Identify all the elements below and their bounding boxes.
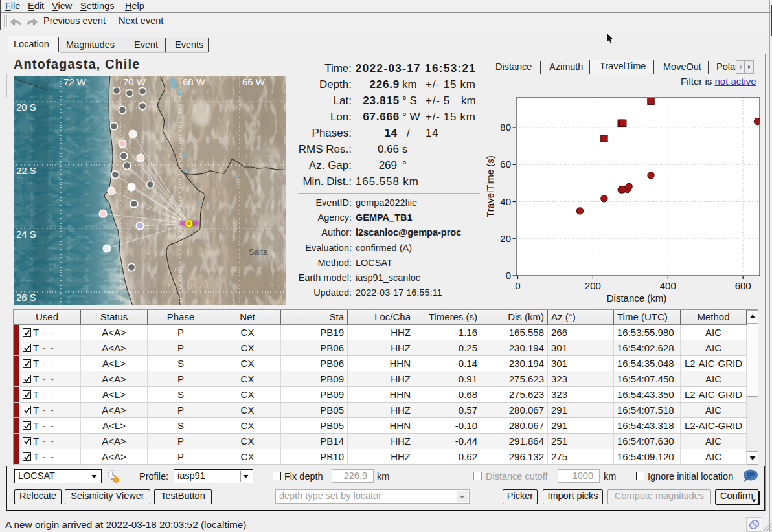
- svg-text:400: 400: [660, 280, 676, 291]
- svg-text:Distance (km): Distance (km): [607, 293, 667, 304]
- svg-text:200: 200: [585, 280, 601, 291]
- svg-text:20: 20: [500, 233, 511, 244]
- svg-text:40: 40: [500, 196, 511, 207]
- svg-text:600: 600: [735, 280, 751, 291]
- svg-text:60: 60: [500, 159, 511, 170]
- svg-text:80: 80: [500, 122, 511, 133]
- svg-text:0: 0: [515, 280, 520, 291]
- svg-text:0: 0: [506, 270, 511, 281]
- svg-text:TravelTime (s): TravelTime (s): [484, 155, 495, 217]
